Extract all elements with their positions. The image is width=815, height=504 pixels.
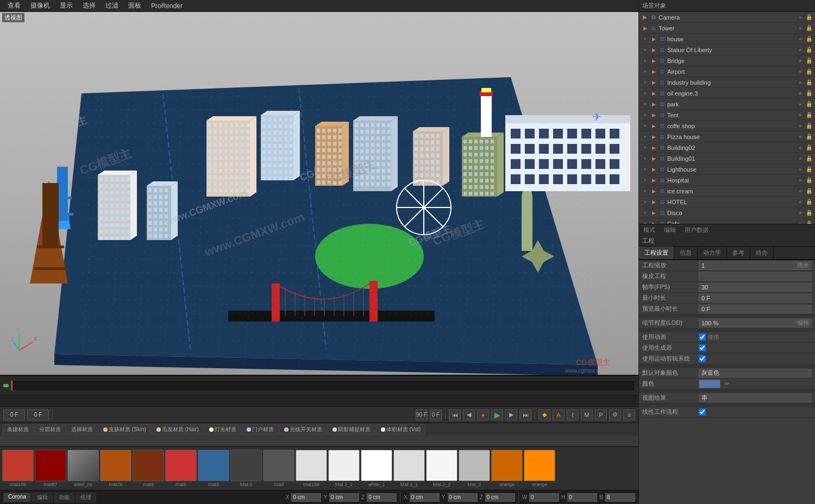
obj-lock-industry[interactable]: 🔒 — [805, 79, 813, 85]
light-material-button[interactable]: 灯光材质 — [204, 424, 241, 435]
obj-eye-industry[interactable]: ● — [797, 79, 804, 85]
mintime-input[interactable] — [701, 295, 809, 301]
obj-lock-lighthouse[interactable]: 🔒 — [805, 166, 813, 172]
menu-item-camera[interactable]: 摄像机 — [26, 0, 54, 11]
obj-lock-tower[interactable]: 🔒 — [805, 25, 813, 31]
prop-value-previewmin[interactable] — [699, 305, 812, 313]
swatch-color-white1[interactable] — [361, 450, 392, 481]
obj-lock-park[interactable]: 🔒 — [805, 101, 813, 107]
swatch-white1[interactable]: white_1 — [361, 450, 392, 487]
swatch-mat158[interactable]: mat158 — [296, 450, 327, 487]
prop-value-defcolor[interactable]: 灰蓝色 — [699, 369, 812, 377]
x-input[interactable] — [291, 493, 321, 502]
scene-object-icecream[interactable]: + ▶ ⊡ ice cream ● 🔒 — [639, 186, 815, 197]
next-frame-button[interactable]: ▶ — [505, 410, 517, 420]
swatch-color-mat5b[interactable] — [230, 450, 262, 481]
swatch-color-mat2[interactable] — [459, 450, 490, 481]
swatch-mat2-1[interactable]: Mat.2_1 — [328, 450, 360, 487]
swatch-mat1-1[interactable]: Mat.1_1 — [393, 450, 425, 487]
moclip-checkbox[interactable] — [699, 355, 706, 362]
rp-tab-user[interactable]: 用户数据 — [680, 224, 713, 236]
obj-eye-statue[interactable]: ● — [797, 47, 804, 53]
rp-tab-edit[interactable]: 编辑 — [660, 224, 680, 236]
p-input[interactable] — [448, 493, 478, 502]
scene-object-bridge[interactable]: + ▶ ⊡ Bridge ● 🔒 — [639, 55, 815, 66]
scene-canvas[interactable] — [0, 12, 638, 375]
prev-frame-button[interactable]: ◀ — [463, 410, 475, 420]
scene-object-building02[interactable]: + ▶ ⊡ Building02 ● 🔒 — [639, 142, 815, 153]
tab-edit[interactable]: 编辑 — [32, 493, 53, 502]
h-input[interactable] — [410, 493, 440, 502]
function-button[interactable]: f — [567, 410, 579, 420]
scene-object-airport[interactable]: + ▶ ⊡ Airport ● 🔒 — [639, 66, 815, 77]
scene-object-building01[interactable]: + ▶ ⊡ Building01 ● 🔒 — [639, 153, 815, 164]
swatch-mat5b[interactable]: Mat.5 — [230, 450, 262, 487]
volume-material-button[interactable]: 体积材质 (Vol) — [376, 424, 425, 435]
swatch-road[interactable]: road — [263, 450, 294, 487]
scene-object-pizza[interactable]: + ▶ ⊡ Pizza house ● 🔒 — [639, 131, 815, 142]
swatch-color-road[interactable] — [263, 450, 294, 481]
menu-item-prorender[interactable]: ProRender — [147, 1, 187, 11]
z-input[interactable] — [367, 493, 397, 502]
obj-lock-coffe[interactable]: 🔒 — [805, 123, 813, 129]
frame-display[interactable]: 0 F — [3, 410, 25, 420]
menu-item-panel[interactable]: 面板 — [124, 0, 146, 11]
obj-eye-park[interactable]: ● — [797, 101, 804, 107]
obj-eye-icecream[interactable]: ● — [797, 188, 804, 194]
prop-tab-todo[interactable]: 待办 — [750, 247, 774, 259]
prop-value-scale[interactable]: 1 厘米 — [699, 261, 812, 270]
motion-button[interactable]: M — [581, 410, 593, 420]
obj-lock-house[interactable]: 🔒 — [805, 36, 813, 42]
obj-lock-hotel[interactable]: 🔒 — [805, 199, 813, 205]
fps-input[interactable] — [701, 284, 809, 291]
y-input[interactable] — [329, 493, 359, 502]
obj-lock-building01[interactable]: 🔒 — [805, 155, 813, 161]
scene-object-oil[interactable]: + ▶ ⊡ oil engine.3 ● 🔒 — [639, 88, 815, 99]
prop-tab-info[interactable]: 信息 — [674, 247, 698, 259]
obj-lock-pizza[interactable]: 🔒 — [805, 134, 813, 140]
keyframe-button[interactable]: ◆ — [538, 410, 550, 420]
obj-eye-camera[interactable]: ● — [797, 14, 804, 20]
prop-value-viewrender[interactable]: 串 — [699, 394, 812, 402]
swatch-color-steel[interactable] — [67, 450, 99, 481]
swatch-color-mat3[interactable] — [198, 450, 229, 481]
scene-object-disco[interactable]: + ▶ ⊡ Disco ● 🔒 — [639, 207, 815, 218]
tab-manage[interactable]: 统理 — [76, 493, 96, 502]
scene-objects-list[interactable]: ▶ ⊡ Camera ● 🔒 ▶ ⊡ Tower ● 🔒 + ▶ ⊡ house… — [639, 12, 815, 224]
rayswitch-material-button[interactable]: 光线开关材质 — [279, 424, 327, 435]
swatch-mat2[interactable]: Mat_2 — [459, 450, 490, 487]
menu-item-filter[interactable]: 过滤 — [101, 0, 123, 11]
swatch-mat8[interactable]: mat8 — [133, 450, 164, 487]
tab-function[interactable]: 功能 — [54, 493, 74, 502]
auto-key-button[interactable]: A — [553, 410, 565, 420]
new-material-button[interactable]: 条建材质 — [2, 424, 34, 435]
portal-material-button[interactable]: 门户材质 — [242, 424, 279, 435]
swatch-color-mat87[interactable] — [35, 450, 66, 481]
swatch-color-mat2-1[interactable] — [328, 450, 360, 481]
obj-lock-tent[interactable]: 🔒 — [805, 112, 813, 118]
shadow-material-button[interactable]: 阴影捕捉材质 — [328, 424, 375, 435]
obj-eye-tent[interactable]: ● — [797, 112, 804, 118]
swatch-mat2-2[interactable]: Mat.2_2 — [426, 450, 457, 487]
obj-eye-lighthouse[interactable]: ● — [797, 166, 804, 172]
swatch-color-mat8[interactable] — [133, 450, 164, 481]
swatch-steel[interactable]: steel_mi — [67, 450, 99, 487]
obj-lock-bridge[interactable]: 🔒 — [805, 58, 813, 64]
play-button[interactable]: ▶ — [491, 410, 503, 420]
scene-object-park[interactable]: + ▶ ⊡ park ● 🔒 — [639, 99, 815, 110]
obj-eye-building02[interactable]: ● — [797, 144, 804, 150]
obj-eye-disco[interactable]: ● — [797, 210, 804, 216]
select-material-button[interactable]: 选择材质 — [66, 424, 98, 435]
skip-start-button[interactable]: ⏮ — [449, 410, 461, 420]
anim-checkbox[interactable] — [699, 333, 706, 341]
scene-object-cafe[interactable]: + ▶ ⊡ Cafe ● 🔒 — [639, 218, 815, 224]
scene-object-statue[interactable]: + ▶ ⊡ Statue Of Liberty ● 🔒 — [639, 45, 815, 55]
h2-input[interactable] — [567, 493, 597, 502]
tab-corona[interactable]: Corona — [3, 493, 31, 502]
timeline-track[interactable] — [11, 380, 635, 391]
scene-object-house[interactable]: + ▶ ⊡ house ● 🔒 — [639, 34, 815, 45]
scene-object-tent[interactable]: + ▶ ⊡ Tent ● 🔒 — [639, 110, 815, 121]
swatch-color-orange[interactable] — [491, 450, 523, 481]
obj-eye-coffe[interactable]: ● — [797, 123, 804, 129]
scene-object-industry[interactable]: + ▶ ⊡ Industry building ● 🔒 — [639, 77, 815, 88]
